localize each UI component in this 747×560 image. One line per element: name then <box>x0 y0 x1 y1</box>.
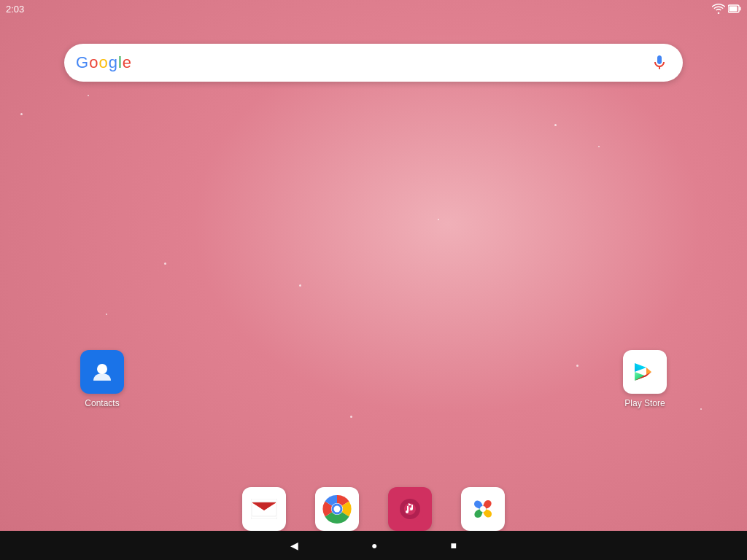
google-e: e <box>123 53 131 72</box>
nav-home[interactable]: ● <box>371 540 377 551</box>
svg-point-8 <box>334 506 341 513</box>
nav-bar: ◀ ● ■ <box>0 531 747 560</box>
contacts-label: Contacts <box>85 398 119 408</box>
contacts-icon <box>80 350 124 394</box>
dock-chrome[interactable] <box>315 487 359 531</box>
status-icons <box>712 4 741 14</box>
google-g2: g <box>109 53 117 72</box>
app-contacts[interactable]: Contacts <box>80 350 124 408</box>
svg-point-14 <box>480 506 486 512</box>
wifi-icon <box>712 4 725 14</box>
status-time: 2:03 <box>6 4 24 15</box>
dock <box>0 487 747 531</box>
play-store-icon <box>623 350 667 394</box>
app-icons-area: Contacts Play Store <box>0 350 747 408</box>
search-bar[interactable]: G o o g l e <box>64 44 683 82</box>
google-l: l <box>118 53 122 72</box>
google-o2: o <box>98 53 107 72</box>
google-o1: o <box>89 53 98 72</box>
wallpaper <box>0 0 747 560</box>
app-play-store[interactable]: Play Store <box>623 350 667 408</box>
play-store-label: Play Store <box>624 398 665 408</box>
svg-rect-1 <box>740 7 741 11</box>
google-logo: G o o g l e <box>76 53 131 72</box>
status-bar: 2:03 <box>0 0 747 18</box>
nav-recent[interactable]: ■ <box>451 540 457 551</box>
dock-music[interactable] <box>388 487 432 531</box>
dock-photos[interactable] <box>461 487 505 531</box>
battery-icon <box>728 4 741 13</box>
dock-gmail[interactable] <box>242 487 286 531</box>
nav-back[interactable]: ◀ <box>290 540 298 551</box>
google-g: G <box>76 53 88 72</box>
svg-rect-2 <box>729 7 738 12</box>
svg-point-3 <box>97 364 107 374</box>
mic-icon[interactable] <box>648 51 671 74</box>
